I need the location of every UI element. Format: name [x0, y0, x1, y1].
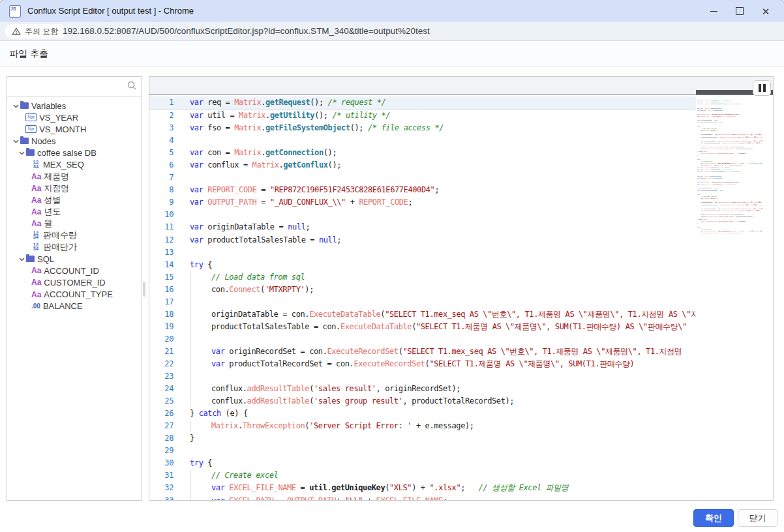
variable-icon: Var: [25, 113, 37, 121]
code-line[interactable]: 28}: [149, 432, 773, 445]
tree-item-label: 판매수량: [43, 229, 77, 241]
code-text: // Load data from sql: [190, 271, 305, 284]
code-line[interactable]: 24conflux.addResultTable('sales result',…: [149, 383, 773, 395]
tree-item-VS_YEAR[interactable]: VarVS_YEAR: [7, 111, 142, 123]
minimap[interactable]: var req = Matrix.getRequest(); /* reques…: [697, 99, 762, 500]
line-number: 2: [149, 110, 173, 122]
tree-item-ACCOUNT_TYPE[interactable]: AaACCOUNT_TYPE: [7, 289, 142, 301]
url-text[interactable]: 192.168.0.52:8087/AUD/500/confluxScriptE…: [63, 22, 430, 40]
code-line[interactable]: 8var REPORT_CODE = "REP872C190F51F2453C8…: [149, 184, 773, 196]
code-line[interactable]: 29: [149, 445, 773, 457]
close-window-button[interactable]: ✕: [753, 0, 779, 22]
chevron-down-icon[interactable]: [18, 149, 25, 156]
maximize-button[interactable]: [727, 0, 753, 22]
code-lines: 1var req = Matrix.getRequest(); /* reque…: [149, 96, 773, 501]
tree-item-판매단가[interactable]: 1234판매단가: [7, 241, 142, 253]
code-text: // Create excel: [190, 469, 278, 482]
code-text: var fso = Matrix.getFileSystemObject(); …: [190, 122, 444, 134]
code-text: var productTotalRecordSet = con.ExecuteR…: [190, 358, 634, 370]
tree-item-coffee salse DB[interactable]: coffee salse DB: [7, 147, 142, 158]
code-line[interactable]: 15// Load data from sql: [149, 271, 773, 284]
sidebar-scrollbar-thumb[interactable]: [143, 282, 145, 297]
search-input[interactable]: [10, 79, 122, 95]
tree-item-제품명[interactable]: Aa제품명: [7, 171, 142, 183]
code-line[interactable]: 3var fso = Matrix.getFileSystemObject();…: [149, 122, 773, 134]
text-field-icon: Aa: [31, 196, 41, 205]
tree-item-label: 성별: [44, 194, 61, 206]
tree-item-Nodes[interactable]: Nodes: [7, 135, 142, 147]
address-bar[interactable]: 주의 요함 192.168.0.52:8087/AUD/500/confluxS…: [0, 22, 784, 41]
code-line[interactable]: 23: [149, 370, 773, 383]
code-editor[interactable]: 1var req = Matrix.getRequest(); /* reque…: [149, 76, 774, 501]
code-line[interactable]: 10: [149, 209, 773, 221]
chevron-down-icon[interactable]: [12, 102, 19, 109]
code-line[interactable]: 9var OUTPUT_PATH = "_AUD_CONFLUX_\\" + R…: [149, 196, 773, 209]
code-line[interactable]: 32var EXCEL_FILE_NAME = util.getUniqueKe…: [149, 482, 773, 494]
code-line[interactable]: 14try {: [149, 259, 773, 271]
minimap-toggle-button[interactable]: [753, 80, 771, 96]
code-line[interactable]: 19productTotalSalesTable = con.ExecuteDa…: [149, 321, 773, 333]
code-line[interactable]: 13: [149, 246, 773, 259]
tree-item-판매수량[interactable]: 1234판매수량: [7, 229, 142, 241]
code-line[interactable]: 27Matrix.ThrowException('Server Script E…: [149, 420, 773, 432]
line-number: 10: [149, 209, 173, 221]
folder-icon: [20, 102, 29, 109]
chevron-down-icon[interactable]: [12, 138, 19, 144]
code-line[interactable]: 6var conflux = Matrix.getConflux();: [149, 159, 773, 171]
text-field-icon: Aa: [31, 219, 41, 228]
line-number: 6: [149, 159, 173, 171]
code-text: var OUTPUT_PATH = "_AUD_CONFLUX_\\" + RE…: [190, 196, 412, 209]
tree-item-MEX_SEQ[interactable]: 1234MEX_SEQ: [7, 158, 142, 170]
code-line[interactable]: 17: [149, 296, 773, 308]
tree-item-label: 지점명: [44, 183, 69, 194]
chevron-down-icon[interactable]: [18, 256, 25, 262]
tree-item-BALANCE[interactable]: .00BALANCE: [7, 301, 142, 312]
tree-search-box: [7, 77, 142, 96]
minimize-button[interactable]: [701, 0, 727, 22]
tree-item-Variables[interactable]: Variables: [7, 100, 142, 111]
line-number: 1: [149, 96, 173, 109]
security-warning-chip[interactable]: 주의 요함: [5, 24, 66, 38]
code-line[interactable]: 30try {: [149, 457, 773, 469]
code-line[interactable]: 20: [149, 333, 773, 346]
code-line[interactable]: 4: [149, 134, 773, 147]
code-line[interactable]: 18originDataTable = con.ExecuteDataTable…: [149, 308, 773, 321]
tree-item-ACCOUNT_ID[interactable]: AaACCOUNT_ID: [7, 265, 142, 276]
code-line[interactable]: 16con.Connect('MTXRPTY');: [149, 284, 773, 296]
code-line[interactable]: 21var originRecordSet = con.ExecuteRecor…: [149, 346, 773, 358]
line-number: 30: [149, 457, 173, 469]
code-line[interactable]: 25conflux.addResultTable('sales group re…: [149, 395, 773, 407]
minimap-code: var req = Matrix.getRequest(); /* reques…: [697, 167, 762, 234]
code-line[interactable]: 33var EXCEL_PATH = OUTPUT_PATH+ "\\" + E…: [149, 495, 773, 501]
tree-item-성별[interactable]: Aa성별: [7, 194, 142, 206]
number-field-icon: 1234: [31, 160, 40, 169]
tree-item-월[interactable]: Aa월: [7, 218, 142, 229]
code-line[interactable]: 7: [149, 171, 773, 184]
close-button[interactable]: 닫기: [738, 509, 777, 527]
code-line[interactable]: 5var con = Matrix.getConnection();: [149, 147, 773, 159]
ok-button[interactable]: 확인: [693, 509, 734, 527]
code-line[interactable]: 26} catch (e) {: [149, 407, 773, 420]
text-field-icon: Aa: [31, 172, 41, 181]
tree-item-label: VS_YEAR: [39, 113, 78, 123]
code-text: [190, 370, 211, 383]
line-number: 9: [149, 196, 173, 209]
tree-item-label: CUSTOMER_ID: [44, 278, 105, 288]
code-line[interactable]: 12var productTotalSalesTable = null;: [149, 234, 773, 246]
code-line[interactable]: 11var originDataTable = null;: [149, 221, 773, 233]
tree-item-VS_MONTH[interactable]: VarVS_MONTH: [7, 123, 142, 135]
code-text: try {: [190, 259, 212, 271]
code-line[interactable]: 31// Create excel: [149, 469, 773, 482]
code-line[interactable]: 2var util = Matrix.getUtility(); /* util…: [149, 110, 773, 122]
variable-icon: Var: [25, 125, 37, 133]
code-line[interactable]: 1var req = Matrix.getRequest(); /* reque…: [149, 96, 773, 110]
minimap-code: var req = Matrix.getRequest(); /* reques…: [697, 99, 762, 166]
line-number: 13: [149, 246, 173, 259]
tree-item-CUSTOMER_ID[interactable]: AaCUSTOMER_ID: [7, 276, 142, 288]
code-text: conflux.addResultTable('sales group resu…: [190, 395, 514, 407]
tree-item-년도[interactable]: Aa년도: [7, 206, 142, 218]
tree-item-지점명[interactable]: Aa지점명: [7, 183, 142, 194]
tree-item-SQL[interactable]: SQL: [7, 253, 142, 265]
code-text: var EXCEL_FILE_NAME = util.getUniqueKey(…: [190, 482, 568, 494]
code-line[interactable]: 22var productTotalRecordSet = con.Execut…: [149, 358, 773, 370]
